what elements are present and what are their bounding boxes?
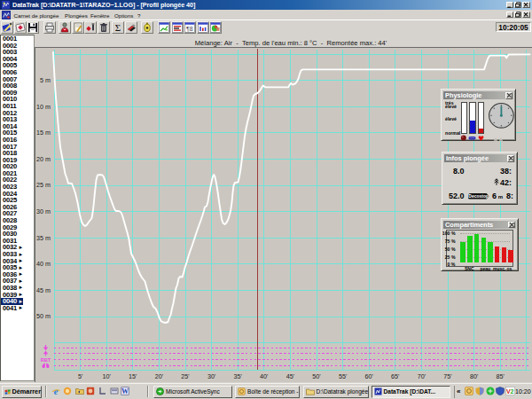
svg-text:45 m: 45 m xyxy=(36,286,51,294)
svg-text:75': 75' xyxy=(443,372,452,380)
svg-text:65': 65' xyxy=(391,372,400,380)
svg-text:Σ: Σ xyxy=(115,22,121,33)
svg-text:10 m: 10 m xyxy=(36,103,51,111)
svg-text:40': 40' xyxy=(260,372,269,380)
svg-text:15 m: 15 m xyxy=(36,129,51,137)
svg-text:30 m: 30 m xyxy=(36,207,51,215)
svg-text:55': 55' xyxy=(339,372,348,380)
svg-text:¶8: ¶8 xyxy=(186,25,193,31)
svg-text:RBT: RBT xyxy=(41,357,51,363)
svg-text:35 m: 35 m xyxy=(36,234,51,242)
svg-text:45': 45' xyxy=(286,372,295,380)
svg-text:70': 70' xyxy=(418,372,426,380)
svg-text:25': 25' xyxy=(181,372,190,380)
svg-text:10': 10' xyxy=(103,372,112,380)
svg-text:50 m: 50 m xyxy=(36,312,51,320)
svg-text:5': 5' xyxy=(78,372,83,380)
svg-text:5 m: 5 m xyxy=(40,76,51,84)
svg-text:25 m: 25 m xyxy=(36,181,51,189)
svg-text:W: W xyxy=(121,387,129,395)
svg-text:2: 2 xyxy=(511,388,514,395)
svg-text:20': 20' xyxy=(155,372,164,380)
svg-text:80': 80' xyxy=(470,372,479,380)
svg-text:40 m: 40 m xyxy=(36,260,51,268)
svg-text:50': 50' xyxy=(312,372,321,380)
svg-text:60': 60' xyxy=(365,372,374,380)
svg-text:20 m: 20 m xyxy=(36,155,51,163)
svg-text:15': 15' xyxy=(129,372,137,380)
svg-text:85': 85' xyxy=(497,372,505,380)
svg-text:e: e xyxy=(53,387,58,395)
svg-text:30': 30' xyxy=(207,372,216,380)
svg-text:35': 35' xyxy=(234,372,243,380)
